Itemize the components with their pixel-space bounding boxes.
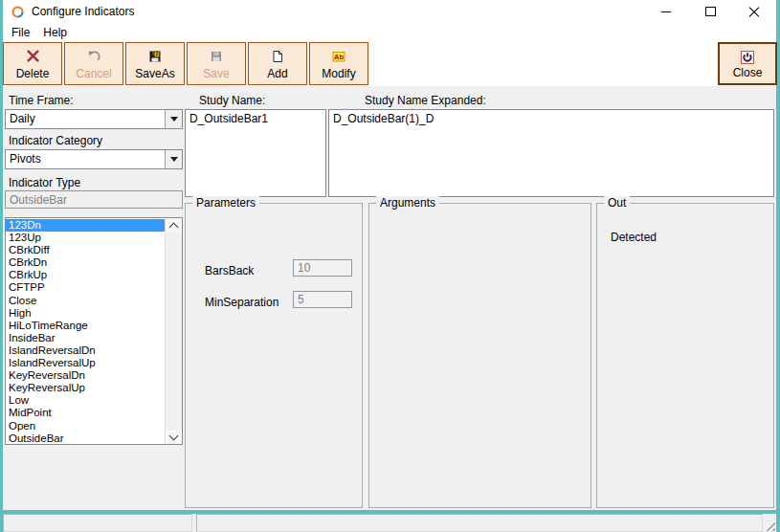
parameters-group-title: Parameters — [192, 196, 259, 210]
indicator-list-items: 123Dn 123Up CBrkDiff CBrkDn CBrkUp CFTPP… — [6, 218, 165, 444]
svg-text:2: 2 — [155, 51, 158, 56]
power-icon — [740, 49, 755, 65]
app-logo-icon — [11, 5, 25, 19]
menu-file[interactable]: File — [5, 23, 36, 42]
menu-help[interactable]: Help — [36, 23, 74, 42]
arguments-group-title: Arguments — [376, 196, 439, 210]
add-button[interactable]: Add — [248, 42, 307, 85]
study-name-value: D_OutsideBar1 — [189, 112, 268, 125]
minimize-icon — [661, 11, 671, 12]
study-name-box[interactable]: D_OutsideBar1 — [185, 109, 326, 197]
title-bar: Configure Indicators — [3, 0, 776, 23]
window-controls — [644, 0, 776, 23]
close-window-button[interactable] — [732, 0, 776, 23]
close-button[interactable]: Close — [718, 42, 777, 85]
toolbar-button-label: Save — [203, 68, 229, 80]
minseparation-field — [293, 291, 352, 308]
list-item[interactable]: High — [6, 307, 165, 320]
list-item[interactable]: 123Dn — [6, 219, 165, 232]
status-bar — [3, 514, 776, 532]
list-item[interactable]: IslandReversalUp — [6, 357, 165, 369]
indicator-category-label: Indicator Category — [9, 134, 102, 147]
out-group-title: Out — [604, 196, 630, 210]
study-name-expanded-box[interactable]: D_OutsideBar(1)_D — [328, 109, 774, 197]
time-frame-value: Daily — [6, 110, 165, 128]
barsback-field — [293, 259, 352, 277]
list-item[interactable]: KeyReversalUp — [6, 382, 165, 394]
list-item[interactable]: InsideBar — [6, 332, 165, 344]
save-button[interactable]: Save — [187, 42, 246, 85]
toolbar-button-label: Modify — [322, 68, 355, 80]
status-panel-right — [196, 514, 763, 532]
study-name-label: Study Name: — [199, 94, 265, 107]
barsback-label: BarsBack — [205, 264, 254, 277]
indicator-category-value: Pivots — [6, 150, 165, 168]
out-detected-value: Detected — [611, 231, 657, 244]
minimize-button[interactable] — [644, 0, 688, 23]
indicator-category-select[interactable]: Pivots — [5, 149, 183, 169]
toolbar: Delete Cancel 2 SaveAs — [3, 42, 776, 86]
delete-button[interactable]: Delete — [3, 42, 62, 85]
chevron-up-icon — [169, 223, 179, 233]
resize-grip[interactable] — [763, 519, 775, 531]
study-name-expanded-value: D_OutsideBar(1)_D — [333, 112, 434, 125]
toolbar-button-label: Delete — [16, 68, 50, 80]
close-icon — [748, 6, 760, 17]
list-item[interactable]: Low — [6, 394, 165, 407]
scrollbar-track[interactable] — [166, 233, 182, 430]
list-scrollbar[interactable] — [165, 218, 182, 444]
list-item[interactable]: KeyReversalDn — [6, 369, 165, 382]
parameters-group: Parameters BarsBack MinSeparation — [185, 203, 363, 508]
list-item[interactable]: CBrkDiff — [6, 244, 165, 256]
list-item[interactable]: HiLoTimeRange — [6, 320, 165, 332]
list-item[interactable]: MidPoint — [6, 407, 165, 419]
indicator-list[interactable]: 123Dn 123Up CBrkDiff CBrkDn CBrkUp CFTPP… — [5, 217, 183, 445]
list-item[interactable]: CBrkUp — [6, 269, 165, 281]
toolbar-button-label: SaveAs — [135, 68, 174, 80]
maximize-button[interactable] — [688, 0, 732, 23]
list-item[interactable]: CBrkDn — [6, 256, 165, 269]
time-frame-label: Time Frame: — [9, 94, 74, 107]
toolbar-button-label: Add — [267, 68, 287, 80]
maximize-icon — [705, 7, 716, 16]
undo-arrow-icon — [86, 48, 101, 64]
arguments-group: Arguments — [368, 203, 591, 508]
toolbar-button-label: Cancel — [76, 68, 111, 80]
save-disk-icon — [209, 48, 224, 64]
time-frame-select[interactable]: Daily — [5, 109, 183, 129]
window-title: Configure Indicators — [32, 5, 134, 18]
save-as-button[interactable]: 2 SaveAs — [125, 42, 185, 85]
indicator-type-field — [5, 190, 183, 209]
menu-bar: File Help — [3, 23, 776, 42]
list-item[interactable]: IslandReversalDn — [6, 344, 165, 357]
list-item[interactable]: 123Up — [6, 232, 165, 244]
status-panel-left — [3, 514, 192, 532]
chevron-down-icon[interactable] — [165, 150, 182, 168]
main-panel: Time Frame: Daily Indicator Category Piv… — [3, 86, 776, 510]
indicator-type-label: Indicator Type — [9, 176, 80, 189]
save-as-icon: 2 — [147, 48, 163, 64]
scroll-up-button[interactable] — [166, 218, 182, 233]
out-group: Out Detected — [596, 203, 774, 508]
svg-text:Ab: Ab — [334, 53, 344, 61]
delete-x-icon — [25, 48, 41, 64]
list-item[interactable]: CFTPP — [6, 281, 165, 294]
minseparation-label: MinSeparation — [205, 296, 279, 309]
modify-button[interactable]: Ab Modify — [309, 42, 368, 85]
cancel-button[interactable]: Cancel — [64, 42, 123, 85]
list-item[interactable]: Close — [6, 295, 165, 307]
chevron-down-icon[interactable] — [165, 110, 182, 128]
scroll-down-button[interactable] — [166, 430, 182, 444]
chevron-down-icon — [169, 432, 179, 441]
toolbar-button-label: Close — [733, 67, 763, 79]
list-item[interactable]: OutsideBar — [6, 432, 165, 444]
rename-ab-icon: Ab — [331, 48, 346, 64]
list-item[interactable]: Open — [6, 420, 165, 432]
new-document-icon — [270, 48, 285, 64]
study-name-expanded-label: Study Name Expanded: — [365, 94, 486, 107]
